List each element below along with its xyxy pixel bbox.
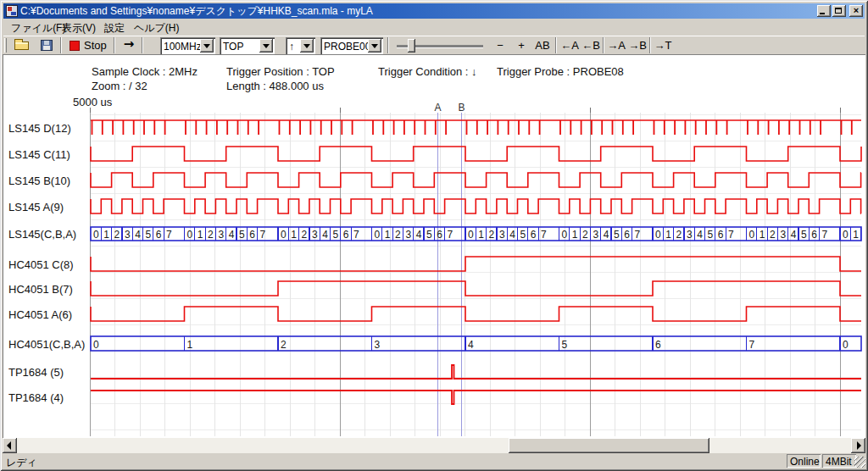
stop-label: Stop: [84, 39, 107, 52]
trigger-position-value: TOP: [223, 41, 243, 53]
sample-clock-value: 100MHz: [164, 41, 202, 53]
open-file-button[interactable]: [14, 38, 31, 53]
toolbar-grip: [4, 38, 7, 53]
toolbar: Stop → 100MHz TOP ↑ PROBE00 − + AB ←A: [3, 36, 865, 53]
status-ready-text: レディ: [6, 456, 37, 470]
stop-button[interactable]: Stop: [66, 37, 114, 53]
menu-help[interactable]: ヘルプ(H): [132, 20, 181, 36]
open-folder-icon: [14, 42, 29, 50]
goto-trigger-button[interactable]: →T: [653, 37, 673, 53]
right-arrow-icon: [857, 441, 861, 450]
waveform-panel: [3, 54, 865, 438]
run-button[interactable]: →: [119, 36, 139, 53]
toolbar-separator: [142, 37, 143, 53]
dropdown-arrow-icon[interactable]: [300, 39, 314, 53]
status-memory-badge: 4MBit: [822, 454, 856, 468]
maximize-icon: [835, 8, 842, 14]
close-button[interactable]: ×: [849, 5, 863, 17]
trigger-probe-select[interactable]: PROBE00: [320, 37, 383, 54]
status-online-badge: Online: [787, 454, 821, 468]
ab-span-button[interactable]: AB: [531, 37, 554, 53]
zoom-slider-handle[interactable]: [408, 39, 415, 53]
left-arrow-icon: [7, 441, 11, 450]
goto-marker-a-right-button[interactable]: →A: [606, 37, 626, 53]
trigger-edge-select[interactable]: ↑: [286, 37, 315, 54]
dropdown-arrow-icon[interactable]: [200, 39, 214, 53]
menu-view[interactable]: 表示(V): [60, 20, 97, 36]
save-floppy-icon: [41, 40, 53, 51]
goto-marker-b-right-button[interactable]: →B: [627, 37, 648, 53]
toolbar-separator: [603, 37, 604, 53]
menu-file[interactable]: ファイル(F): [9, 20, 67, 36]
maximize-button[interactable]: [832, 5, 846, 17]
sample-clock-select[interactable]: 100MHz: [160, 37, 215, 54]
app-icon: [6, 5, 18, 17]
toolbar-separator: [387, 37, 389, 53]
dropdown-arrow-icon[interactable]: [259, 39, 273, 53]
menu-bar: ファイル(F) 表示(V) 設定 ヘルプ(H): [3, 19, 865, 35]
resize-grip[interactable]: [854, 457, 865, 468]
zoom-in-button[interactable]: +: [513, 37, 530, 53]
toolbar-separator: [114, 37, 115, 53]
goto-marker-b-left-button[interactable]: ←B: [581, 37, 601, 53]
minimize-button[interactable]: [817, 5, 831, 17]
scrollbar-thumb[interactable]: [509, 438, 709, 453]
save-file-button[interactable]: [39, 38, 56, 53]
horizontal-scrollbar[interactable]: [3, 438, 865, 453]
zoom-slider[interactable]: [397, 37, 483, 53]
dropdown-arrow-icon[interactable]: [368, 39, 381, 53]
status-bar: レディ Online 4MBit: [3, 454, 865, 468]
title-bar[interactable]: C:¥Documents and Settings¥noname¥デスクトップ¥…: [3, 3, 865, 19]
window-title: C:¥Documents and Settings¥noname¥デスクトップ¥…: [20, 4, 815, 19]
trigger-position-select[interactable]: TOP: [220, 37, 275, 54]
stop-square-icon: [70, 41, 80, 51]
scroll-left-button[interactable]: [3, 438, 17, 453]
goto-marker-a-left-button[interactable]: ←A: [559, 37, 580, 53]
trigger-probe-value: PROBE00: [324, 41, 370, 53]
toolbar-separator: [60, 37, 62, 53]
minimize-icon: [820, 13, 825, 14]
scroll-right-button[interactable]: [851, 438, 865, 453]
toolbar-separator: [555, 37, 557, 53]
close-icon: ×: [849, 5, 863, 17]
trigger-edge-value: ↑: [289, 41, 294, 53]
toolbar-separator: [649, 37, 651, 53]
menu-settings[interactable]: 設定: [103, 20, 126, 36]
application-window: C:¥Documents and Settings¥noname¥デスクトップ¥…: [0, 0, 868, 471]
zoom-out-button[interactable]: −: [492, 37, 509, 53]
